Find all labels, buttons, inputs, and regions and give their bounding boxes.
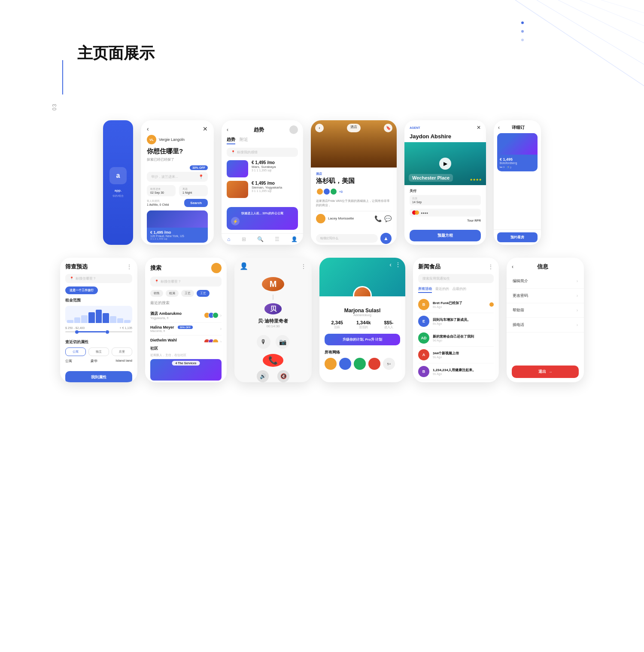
filter-craft1[interactable]: 工艺	[181, 290, 194, 297]
camera-button[interactable]: 📷	[276, 335, 289, 349]
hotel-back-button[interactable]: ‹	[315, 124, 324, 132]
call-menu-icon[interactable]: ⋮	[301, 263, 307, 270]
caller-avatar: M	[262, 277, 284, 291]
notif-item-5[interactable]: B 1,234,234人用健康注起来。 9s Ago	[418, 363, 494, 380]
slider-fill	[75, 331, 105, 332]
result-item-1[interactable]: 酒店 Ambarukmo Yogyakarta, fl ›	[150, 308, 222, 323]
hotel-contact: Lacey Morissette 📞 💬	[316, 211, 392, 226]
settings-item-1[interactable]: 编辑简介 ›	[507, 274, 584, 289]
notif-item-2[interactable]: E 回到马车增加了新成员。 8s Ago	[418, 313, 494, 330]
nav-grid[interactable]: ⊞	[242, 236, 246, 242]
checkout-field[interactable]: 离题 1 Night	[179, 185, 208, 196]
settings-back-icon[interactable]: ‹	[512, 264, 513, 270]
share-icon[interactable]: ⋮	[395, 261, 401, 268]
filter-rent[interactable]: 租满	[166, 290, 179, 297]
result-item-2[interactable]: Halina Meyer 30% OFF Macomb, fl ›	[150, 323, 222, 335]
logout-button[interactable]: 退出 →	[512, 366, 579, 378]
call-header-icon: 👤	[240, 262, 248, 270]
apt-back-icon[interactable]: ‹	[227, 127, 228, 133]
price-slider[interactable]	[65, 331, 132, 332]
slider-right-handle[interactable]	[106, 330, 109, 334]
checkin-date-field[interactable]: 日历 14 Sep	[410, 195, 481, 205]
notif-menu-icon[interactable]: ⋮	[488, 263, 494, 270]
apt-tabs: 趋势 附近	[222, 137, 303, 148]
filter-sale[interactable]: 销售	[150, 290, 163, 297]
detail-book-btn[interactable]: 预约看房	[497, 232, 538, 242]
nav-user[interactable]: 👤	[291, 236, 298, 242]
apt-search-bar[interactable]: 📍 标搜我的感情	[227, 148, 298, 157]
detail-property-card[interactable]: € 1,495 Botofordberg 🛏 3 🚿 2	[497, 133, 538, 171]
notif-item-4[interactable]: A 344个新视频上传 9s Ago	[418, 347, 494, 363]
property-type-row: 公寓 独立 庄里	[65, 347, 132, 356]
mute-button[interactable]: 🎙	[257, 335, 270, 349]
type-villa[interactable]: 庄里	[112, 347, 132, 356]
settings-item-3[interactable]: 帮助筛 ›	[507, 303, 584, 318]
tab-all[interactable]: 所有活动	[418, 286, 432, 293]
close-icon[interactable]: ✕	[203, 125, 208, 132]
tab-best[interactable]: 品最的的	[453, 286, 466, 293]
back-icon[interactable]: ‹	[147, 125, 149, 132]
app-name: app.	[115, 189, 122, 192]
back-icon-social[interactable]: ‹	[389, 261, 392, 268]
notif-item-6[interactable]: # # 在度在方面趋势。 9s Ago	[418, 380, 494, 382]
community-image[interactable]: 4 The Services	[150, 359, 222, 381]
play-button[interactable]: ▶	[439, 158, 451, 170]
notif-title: 新闻食品	[418, 263, 440, 271]
book-button[interactable]: 预题方程	[410, 230, 481, 241]
end-call-button[interactable]: 📞	[263, 354, 283, 367]
nav-home[interactable]: ⌂	[227, 236, 230, 242]
avatar-3-3	[213, 339, 219, 343]
speaker-button[interactable]: 🔊	[257, 370, 269, 382]
message-icon[interactable]: 💬	[384, 215, 392, 222]
apt-cta-banner[interactable]: 快速进上人机，30%的外公公寓 ⚡	[227, 207, 298, 230]
agent-avatar: VL	[147, 135, 156, 144]
search-input-bar[interactable]: 📍 标搜住哪里？	[150, 277, 222, 286]
apt-listing-1[interactable]: € 1,495 /mo Mars, Surabaya 3 1 1 1,395 s…	[227, 160, 298, 177]
volume-button[interactable]: 🔇	[277, 370, 289, 382]
upgrade-plan-btn[interactable]: 升级你的计划, Pro升 计划	[325, 334, 400, 345]
detail-back-icon[interactable]: ‹	[498, 125, 500, 131]
agent-close-icon[interactable]: ✕	[477, 125, 481, 131]
checkin-field[interactable]: 检查进来 02 Sep 30	[147, 185, 176, 196]
nav-list[interactable]: ☰	[275, 236, 279, 242]
notif-item-3[interactable]: AD 新的宣称会自己还在了我到 9d Ago	[418, 330, 494, 347]
hotel-hero-image: ‹ 酒店 🔖	[311, 120, 397, 168]
find-properties-btn[interactable]: 我到属性	[65, 371, 132, 382]
community-tag: 4 The Services	[172, 361, 200, 366]
stat-active-value: 2,345	[331, 320, 343, 325]
type-apartment[interactable]: 公寓	[65, 347, 86, 356]
payment-card[interactable]: ●●●●	[410, 209, 481, 216]
network-more-icon[interactable]: 5+	[383, 358, 395, 370]
apt-listing-2[interactable]: € 1,495 /mo Sieman, Yogyakarta 3 1 1 1,3…	[227, 181, 298, 198]
search-placeholder: 标搜我的感情	[237, 150, 258, 155]
notif-name-2: 回到马车增加了新成员。	[433, 317, 494, 322]
apt-list: € 1,495 /mo Mars, Surabaya 3 1 1 1,395 s…	[222, 160, 303, 204]
tab-trending[interactable]: 趋势	[227, 137, 235, 144]
hotel-bookmark-button[interactable]: 🔖	[384, 124, 392, 132]
chevron-right-2: ›	[220, 326, 222, 331]
result-name-3: Diethelm Wahl	[150, 338, 204, 342]
tab-nearby[interactable]: 附近	[240, 137, 248, 144]
tab-recent[interactable]: 最近的的	[435, 286, 449, 293]
send-button[interactable]: ▲	[380, 233, 392, 244]
slider-left-handle[interactable]	[75, 330, 79, 334]
bar-5	[96, 310, 102, 323]
settings-item-2[interactable]: 更改密码 ›	[507, 289, 584, 303]
search-button[interactable]: Search	[184, 199, 208, 207]
filter-menu-icon[interactable]: ⋮	[126, 263, 132, 270]
result-item-3[interactable]: Diethelm Wahl Thunder Tiwbird ›	[150, 335, 222, 342]
destination-input[interactable]: 华沙，波兰进来... 📍	[147, 172, 208, 182]
nav-search[interactable]: 🔍	[257, 236, 264, 242]
type-house[interactable]: 独立	[88, 347, 109, 356]
message-input[interactable]: 给我们写什么	[316, 234, 378, 243]
filter-craft2[interactable]: 工艺	[197, 290, 210, 297]
notif-search-bar[interactable]: 搜索应用我通知生	[418, 274, 494, 283]
phone-icon[interactable]: 📞	[374, 215, 382, 222]
checkin-label: 日历	[412, 197, 478, 201]
property-card[interactable]: € 1,495 /mo 120 Fraud, New York, US 3 1 …	[147, 210, 208, 243]
settings-item-4[interactable]: 插电话 ›	[507, 318, 584, 332]
agent-avatar-3	[330, 188, 337, 195]
filter-location-bar[interactable]: 📍 标搜住哪里？	[65, 274, 132, 283]
active-filter-tag[interactable]: 这是一个工作放行	[65, 286, 98, 294]
notif-item-1[interactable]: B Bret Funk已经加了 8s Ago	[418, 296, 494, 313]
